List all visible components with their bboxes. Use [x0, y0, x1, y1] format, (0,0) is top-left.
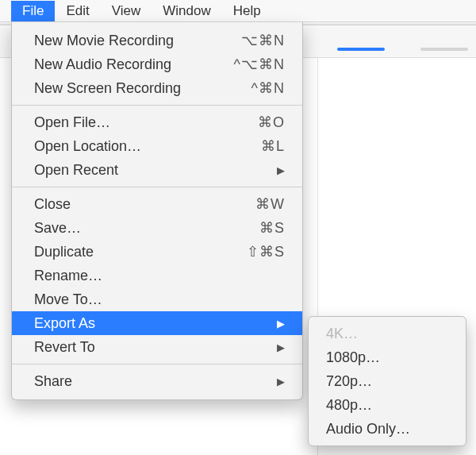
menubar-item-help[interactable]: Help: [222, 1, 272, 21]
menu-label: 480p…: [326, 397, 450, 414]
menu-label: New Audio Recording: [34, 56, 234, 73]
menu-item-export-as[interactable]: Export As ▶: [12, 311, 302, 335]
menu-item-open-recent[interactable]: Open Recent ▶: [12, 158, 302, 182]
menu-label: Rename…: [34, 268, 285, 284]
menu-label: Export As: [34, 315, 269, 332]
submenu-item-480p[interactable]: 480p…: [309, 393, 466, 417]
menubar-item-file[interactable]: File: [11, 1, 55, 21]
menu-label: Duplicate: [34, 244, 247, 260]
menu-item-save[interactable]: Save… ⌘S: [12, 216, 302, 240]
menu-label: Audio Only…: [326, 421, 450, 438]
menu-label: 4K…: [326, 326, 450, 342]
menubar-item-view[interactable]: View: [101, 1, 152, 21]
tab-indicator-inactive: [420, 48, 468, 51]
menu-separator: [12, 187, 302, 187]
menu-shortcut: ^⌘N: [251, 79, 285, 97]
menu-label: Open File…: [34, 114, 258, 131]
menu-shortcut: ⇧⌘S: [247, 243, 285, 260]
menu-label: Revert To: [34, 339, 269, 356]
file-menu-dropdown: New Movie Recording ⌥⌘N New Audio Record…: [11, 22, 303, 400]
menu-shortcut: ⌘S: [259, 219, 285, 237]
menu-label: Open Recent: [34, 162, 269, 179]
menu-shortcut: ⌘O: [258, 114, 285, 131]
submenu-item-audio-only[interactable]: Audio Only…: [309, 417, 466, 441]
menu-shortcut: ⌥⌘N: [241, 32, 285, 49]
menu-item-share[interactable]: Share ▶: [12, 369, 302, 393]
submenu-item-1080p[interactable]: 1080p…: [309, 345, 466, 369]
menubar-item-window[interactable]: Window: [152, 1, 221, 21]
menu-item-duplicate[interactable]: Duplicate ⇧⌘S: [12, 240, 302, 264]
menu-item-rename[interactable]: Rename…: [12, 264, 302, 287]
menu-separator: [12, 105, 302, 106]
menu-item-new-movie-recording[interactable]: New Movie Recording ⌥⌘N: [12, 29, 302, 52]
menu-label: New Screen Recording: [34, 80, 251, 97]
menu-label: New Movie Recording: [34, 33, 241, 49]
menu-item-close[interactable]: Close ⌘W: [12, 192, 302, 216]
menu-item-open-file[interactable]: Open File… ⌘O: [12, 110, 302, 134]
chevron-right-icon: ▶: [277, 318, 285, 330]
menu-label: Move To…: [34, 291, 285, 308]
menu-shortcut: ⌘L: [261, 137, 285, 155]
menu-label: 720p…: [326, 373, 450, 390]
menu-item-new-screen-recording[interactable]: New Screen Recording ^⌘N: [12, 76, 302, 100]
chevron-right-icon: ▶: [277, 376, 285, 388]
menu-label: Open Location…: [34, 138, 261, 155]
menu-shortcut: ^⌥⌘N: [234, 56, 285, 73]
menu-item-move-to[interactable]: Move To…: [12, 287, 302, 311]
menu-item-new-audio-recording[interactable]: New Audio Recording ^⌥⌘N: [12, 52, 302, 76]
menu-label: Close: [34, 196, 255, 213]
submenu-item-720p[interactable]: 720p…: [309, 369, 466, 393]
chevron-right-icon: ▶: [277, 164, 285, 176]
tab-indicator-active: [337, 48, 385, 51]
submenu-item-4k: 4K…: [309, 322, 466, 345]
menu-label: Share: [34, 373, 269, 390]
menu-shortcut: ⌘W: [255, 195, 285, 213]
menu-label: 1080p…: [326, 349, 450, 366]
menu-separator: [12, 364, 302, 364]
menu-label: Save…: [34, 220, 259, 237]
menubar-item-edit[interactable]: Edit: [55, 1, 100, 21]
menubar: File Edit View Window Help: [0, 0, 476, 22]
menu-item-open-location[interactable]: Open Location… ⌘L: [12, 134, 302, 158]
menu-item-revert-to[interactable]: Revert To ▶: [12, 335, 302, 359]
export-as-submenu: 4K… 1080p… 720p… 480p… Audio Only…: [308, 316, 466, 446]
chevron-right-icon: ▶: [277, 341, 285, 353]
